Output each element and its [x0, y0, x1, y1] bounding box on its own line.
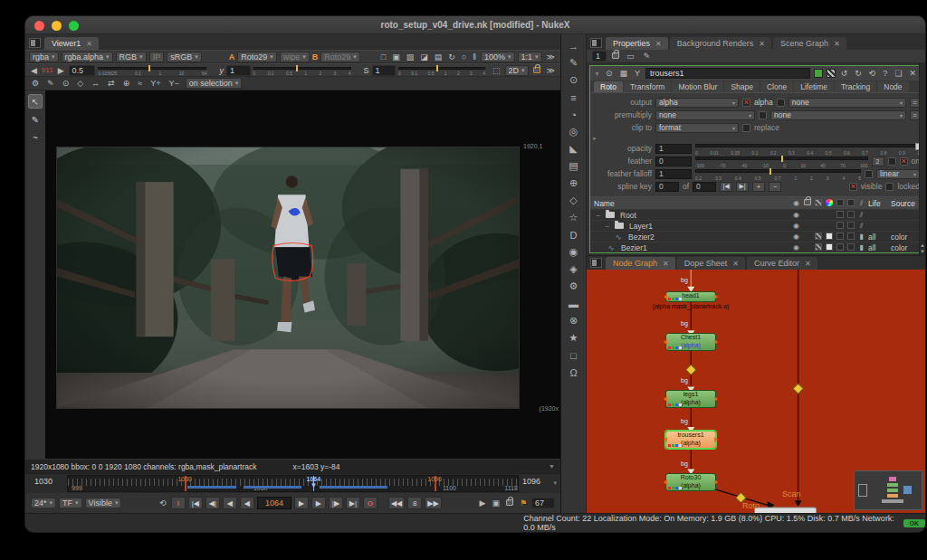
- properties-scrollbar[interactable]: ▲ ▼: [919, 63, 925, 255]
- alpha-checkbox[interactable]: ×: [742, 99, 750, 107]
- timeline[interactable]: 1030 999 1050 1100 1118 1030 1096 1064: [25, 473, 560, 493]
- node-graph-canvas[interactable]: bg bg bg bg bg head1 (alpha mask_planart…: [587, 270, 925, 513]
- tab-tracking[interactable]: Tracking: [835, 81, 876, 92]
- visible-checkbox[interactable]: ×: [849, 183, 857, 191]
- timeline-chevron-icon[interactable]: ▾: [553, 479, 557, 487]
- roi-icon[interactable]: ○: [460, 52, 468, 62]
- feather-extra-checkbox[interactable]: ×: [888, 157, 896, 166]
- tab-viewer1[interactable]: Viewer1 ✕: [44, 37, 99, 50]
- roto-key-remove-icon[interactable]: Y−: [167, 79, 180, 88]
- opacity-field[interactable]: 1: [655, 144, 692, 154]
- metadata-menu-icon[interactable]: ◈: [564, 261, 584, 278]
- tab-background-renders[interactable]: Background Renders ✕: [670, 37, 771, 50]
- ocio-menu-icon[interactable]: ⊗: [564, 312, 584, 329]
- on-checkbox[interactable]: ×: [900, 157, 908, 166]
- refresh-icon[interactable]: ↻: [446, 52, 457, 62]
- falloff-field[interactable]: 1: [655, 169, 692, 179]
- fstop-next-icon[interactable]: ▶: [56, 66, 66, 75]
- timeline-mode-dropdown[interactable]: TF▾: [59, 498, 82, 508]
- close-icon[interactable]: ✕: [86, 40, 92, 48]
- output-dropdown[interactable]: alpha▾: [655, 98, 739, 108]
- max-panels-field[interactable]: 1: [592, 51, 607, 62]
- cylinder-menu-icon[interactable]: □: [564, 346, 584, 364]
- output2-dropdown[interactable]: none▾: [788, 98, 906, 108]
- channels-dropdown[interactable]: rgba▾: [29, 52, 59, 62]
- sparkles-menu-icon[interactable]: ★: [564, 329, 584, 346]
- close-icon[interactable]: ✕: [805, 260, 811, 268]
- collapse-icon[interactable]: ≫: [545, 52, 557, 62]
- close-icon[interactable]: ✕: [663, 260, 669, 268]
- table-row[interactable]: − Layer1 ◉ ⫽: [590, 220, 922, 231]
- filter-menu-icon[interactable]: ◎: [564, 123, 584, 140]
- checkerboard-icon[interactable]: ▨: [405, 52, 416, 62]
- frame-increment-button[interactable]: ▶▶: [425, 497, 441, 509]
- playhead-marker-icon[interactable]: ▼: [310, 481, 317, 489]
- spline-key-current-field[interactable]: 0: [655, 182, 679, 192]
- ofx-menu-icon[interactable]: Ω: [564, 364, 584, 381]
- premultiply2-dropdown[interactable]: none▾: [770, 110, 906, 120]
- opacity-slider[interactable]: 00.010.050.10.20.30.40.50.60.70.80.91: [695, 143, 920, 155]
- monitor-out-icon[interactable]: □: [379, 52, 387, 62]
- tab-node-graph[interactable]: Node Graph ✕: [606, 257, 675, 270]
- collapse2-icon[interactable]: ≫: [545, 66, 557, 75]
- float-panel-icon[interactable]: ❏: [893, 69, 903, 78]
- tab-curve-editor[interactable]: Curve Editor ✕: [747, 257, 817, 270]
- node-color-swatch[interactable]: [814, 69, 823, 78]
- falloff-type-dropdown[interactable]: linear▾: [876, 169, 920, 179]
- b-buffer-dropdown[interactable]: Roto29▾: [320, 52, 360, 62]
- roto-smooth-icon[interactable]: ↔: [90, 79, 101, 88]
- help-icon[interactable]: ?: [881, 69, 889, 78]
- premultiply-dropdown[interactable]: none▾: [655, 110, 755, 120]
- premult2-checkbox[interactable]: ×: [759, 111, 767, 119]
- roto-show-points-dropdown[interactable]: on selection▾: [186, 78, 243, 89]
- roto-cusp-icon[interactable]: ⊕: [121, 79, 132, 88]
- keyer-menu-icon[interactable]: ◣: [564, 140, 584, 157]
- spline-tool-icon[interactable]: ~: [28, 130, 43, 145]
- pane-menu-icon[interactable]: [590, 38, 602, 48]
- spline-key-total-field[interactable]: 0: [693, 182, 716, 192]
- next-keyframe-button[interactable]: |▶: [329, 497, 343, 509]
- clip-to-dropdown[interactable]: format▾: [655, 123, 739, 133]
- close-icon[interactable]: ✕: [655, 40, 662, 48]
- node-color-icon[interactable]: ▦: [617, 69, 629, 78]
- goto-start-button[interactable]: |◀: [188, 497, 203, 509]
- scroll-up-icon[interactable]: ▲: [920, 242, 925, 248]
- roto-draw-icon[interactable]: ✎: [45, 79, 56, 88]
- group-disclosure-icon[interactable]: ►: [592, 136, 597, 141]
- step-back-button[interactable]: ◀: [240, 497, 254, 509]
- frame-decrement-button[interactable]: ◀◀: [388, 497, 405, 509]
- gamma-field[interactable]: 1: [226, 65, 251, 76]
- a-buffer-dropdown[interactable]: Roto29▾: [237, 52, 277, 62]
- deep-menu-icon[interactable]: D: [564, 226, 584, 243]
- view-mode-dropdown[interactable]: 2D▾: [505, 65, 529, 76]
- range-start-field[interactable]: 1030: [34, 477, 53, 486]
- draw-menu-icon[interactable]: ✎: [564, 54, 584, 71]
- node-trousers1[interactable]: trousers1 (alpha): [665, 431, 716, 449]
- timeline-ruler[interactable]: 999 1050 1100 1118 1030 1096 1064 ▼: [67, 475, 519, 492]
- proxy-dropdown[interactable]: 1:1▾: [518, 52, 542, 62]
- toolsets-menu-icon[interactable]: ⚙: [564, 278, 584, 295]
- panels-lock-icon[interactable]: [612, 52, 619, 61]
- views-menu-icon[interactable]: ◉: [564, 243, 584, 261]
- zoom-dropdown[interactable]: 100%▾: [481, 52, 515, 62]
- colorspace-dropdown[interactable]: sRGB▾: [167, 52, 202, 62]
- close-panel-icon[interactable]: ✕: [907, 69, 918, 78]
- step-forward-button[interactable]: ▶: [294, 497, 309, 509]
- overlay-icon[interactable]: ◪: [418, 52, 430, 62]
- hide-input-icon[interactable]: Y: [633, 69, 642, 78]
- input-process-button[interactable]: IP: [149, 52, 165, 62]
- output2-checkbox[interactable]: ×: [777, 99, 785, 107]
- clear-panels-icon[interactable]: ▭: [625, 52, 636, 61]
- play-forward-button[interactable]: ▶: [311, 497, 326, 509]
- pen-tool-icon[interactable]: ✎: [28, 112, 43, 127]
- node-graph-minimap[interactable]: [854, 470, 922, 510]
- tab-motion-blur[interactable]: Motion Blur: [672, 81, 723, 92]
- pause-icon[interactable]: ‖: [471, 52, 478, 62]
- display-channel-dropdown[interactable]: RGB▾: [116, 52, 147, 62]
- revert-icon[interactable]: ⟲: [867, 69, 878, 78]
- replace-checkbox[interactable]: ×: [742, 124, 750, 132]
- info-chevron-icon[interactable]: ▼: [549, 463, 555, 470]
- add-key-button[interactable]: +: [752, 182, 765, 192]
- merge-menu-icon[interactable]: ▤: [564, 157, 584, 175]
- saturation-field[interactable]: 1: [372, 65, 397, 76]
